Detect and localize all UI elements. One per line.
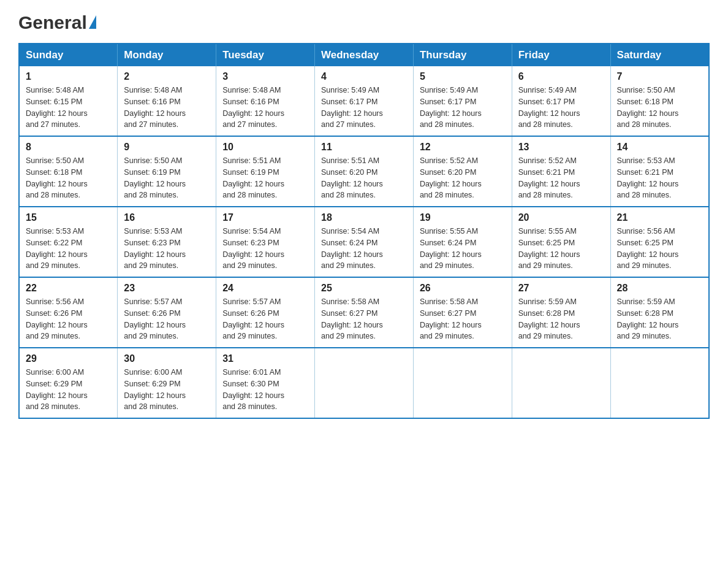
calendar-cell: 15 Sunrise: 5:53 AM Sunset: 6:22 PM Dayl… bbox=[19, 207, 118, 277]
day-number: 3 bbox=[222, 71, 308, 82]
day-number: 14 bbox=[617, 142, 702, 153]
calendar-cell: 25 Sunrise: 5:58 AM Sunset: 6:27 PM Dayl… bbox=[315, 277, 414, 348]
calendar-cell: 10 Sunrise: 5:51 AM Sunset: 6:19 PM Dayl… bbox=[216, 136, 315, 207]
calendar-cell bbox=[610, 348, 709, 418]
day-info: Sunrise: 5:56 AM Sunset: 6:25 PM Dayligh… bbox=[617, 226, 702, 272]
day-info: Sunrise: 5:58 AM Sunset: 6:27 PM Dayligh… bbox=[321, 296, 407, 342]
calendar-cell: 24 Sunrise: 5:57 AM Sunset: 6:26 PM Dayl… bbox=[216, 277, 315, 348]
day-info: Sunrise: 5:50 AM Sunset: 6:18 PM Dayligh… bbox=[26, 155, 111, 201]
weekday-header-sunday: Sunday bbox=[19, 44, 118, 66]
calendar-cell: 12 Sunrise: 5:52 AM Sunset: 6:20 PM Dayl… bbox=[413, 136, 512, 207]
calendar-cell: 2 Sunrise: 5:48 AM Sunset: 6:16 PM Dayli… bbox=[118, 66, 216, 136]
calendar-week-row: 15 Sunrise: 5:53 AM Sunset: 6:22 PM Dayl… bbox=[19, 207, 709, 277]
calendar-cell: 4 Sunrise: 5:49 AM Sunset: 6:17 PM Dayli… bbox=[315, 66, 414, 136]
day-info: Sunrise: 6:00 AM Sunset: 6:29 PM Dayligh… bbox=[124, 367, 210, 413]
day-number: 5 bbox=[420, 71, 506, 82]
day-number: 4 bbox=[321, 71, 407, 82]
day-number: 18 bbox=[321, 212, 407, 223]
day-info: Sunrise: 5:49 AM Sunset: 6:17 PM Dayligh… bbox=[420, 85, 506, 131]
calendar-cell: 8 Sunrise: 5:50 AM Sunset: 6:18 PM Dayli… bbox=[19, 136, 118, 207]
calendar-table: SundayMondayTuesdayWednesdayThursdayFrid… bbox=[18, 43, 710, 419]
day-number: 2 bbox=[124, 71, 210, 82]
day-number: 26 bbox=[420, 283, 506, 294]
day-info: Sunrise: 5:48 AM Sunset: 6:16 PM Dayligh… bbox=[124, 85, 210, 131]
calendar-cell bbox=[512, 348, 610, 418]
day-number: 17 bbox=[222, 212, 308, 223]
calendar-cell: 19 Sunrise: 5:55 AM Sunset: 6:24 PM Dayl… bbox=[413, 207, 512, 277]
calendar-cell: 21 Sunrise: 5:56 AM Sunset: 6:25 PM Dayl… bbox=[610, 207, 709, 277]
calendar-cell: 14 Sunrise: 5:53 AM Sunset: 6:21 PM Dayl… bbox=[610, 136, 709, 207]
day-info: Sunrise: 5:53 AM Sunset: 6:23 PM Dayligh… bbox=[124, 226, 210, 272]
weekday-header-friday: Friday bbox=[512, 44, 610, 66]
weekday-header-thursday: Thursday bbox=[413, 44, 512, 66]
calendar-week-row: 8 Sunrise: 5:50 AM Sunset: 6:18 PM Dayli… bbox=[19, 136, 709, 207]
day-info: Sunrise: 5:52 AM Sunset: 6:21 PM Dayligh… bbox=[518, 155, 604, 201]
calendar-week-row: 29 Sunrise: 6:00 AM Sunset: 6:29 PM Dayl… bbox=[19, 348, 709, 418]
day-number: 9 bbox=[124, 142, 210, 153]
calendar-week-row: 1 Sunrise: 5:48 AM Sunset: 6:15 PM Dayli… bbox=[19, 66, 709, 136]
day-number: 29 bbox=[26, 353, 111, 364]
calendar-cell: 9 Sunrise: 5:50 AM Sunset: 6:19 PM Dayli… bbox=[118, 136, 216, 207]
calendar-cell: 17 Sunrise: 5:54 AM Sunset: 6:23 PM Dayl… bbox=[216, 207, 315, 277]
day-number: 7 bbox=[617, 71, 702, 82]
weekday-header-tuesday: Tuesday bbox=[216, 44, 315, 66]
day-info: Sunrise: 5:53 AM Sunset: 6:21 PM Dayligh… bbox=[617, 155, 702, 201]
day-info: Sunrise: 5:50 AM Sunset: 6:18 PM Dayligh… bbox=[617, 85, 702, 131]
calendar-cell: 22 Sunrise: 5:56 AM Sunset: 6:26 PM Dayl… bbox=[19, 277, 118, 348]
day-number: 16 bbox=[124, 212, 210, 223]
day-info: Sunrise: 5:53 AM Sunset: 6:22 PM Dayligh… bbox=[26, 226, 111, 272]
day-info: Sunrise: 5:56 AM Sunset: 6:26 PM Dayligh… bbox=[26, 296, 111, 342]
day-number: 25 bbox=[321, 283, 407, 294]
calendar-cell: 23 Sunrise: 5:57 AM Sunset: 6:26 PM Dayl… bbox=[118, 277, 216, 348]
day-info: Sunrise: 5:52 AM Sunset: 6:20 PM Dayligh… bbox=[420, 155, 506, 201]
weekday-header-wednesday: Wednesday bbox=[315, 44, 414, 66]
page-header: General bbox=[18, 12, 710, 31]
logo: General bbox=[18, 12, 96, 31]
day-number: 23 bbox=[124, 283, 210, 294]
calendar-cell: 31 Sunrise: 6:01 AM Sunset: 6:30 PM Dayl… bbox=[216, 348, 315, 418]
calendar-cell: 1 Sunrise: 5:48 AM Sunset: 6:15 PM Dayli… bbox=[19, 66, 118, 136]
calendar-cell: 28 Sunrise: 5:59 AM Sunset: 6:28 PM Dayl… bbox=[610, 277, 709, 348]
calendar-cell bbox=[315, 348, 414, 418]
day-info: Sunrise: 5:51 AM Sunset: 6:19 PM Dayligh… bbox=[222, 155, 308, 201]
day-info: Sunrise: 5:59 AM Sunset: 6:28 PM Dayligh… bbox=[617, 296, 702, 342]
calendar-cell: 26 Sunrise: 5:58 AM Sunset: 6:27 PM Dayl… bbox=[413, 277, 512, 348]
day-number: 8 bbox=[26, 142, 111, 153]
day-info: Sunrise: 5:48 AM Sunset: 6:16 PM Dayligh… bbox=[222, 85, 308, 131]
calendar-cell bbox=[413, 348, 512, 418]
day-info: Sunrise: 5:55 AM Sunset: 6:25 PM Dayligh… bbox=[518, 226, 604, 272]
calendar-cell: 7 Sunrise: 5:50 AM Sunset: 6:18 PM Dayli… bbox=[610, 66, 709, 136]
day-info: Sunrise: 5:51 AM Sunset: 6:20 PM Dayligh… bbox=[321, 155, 407, 201]
day-info: Sunrise: 5:49 AM Sunset: 6:17 PM Dayligh… bbox=[321, 85, 407, 131]
weekday-header-row: SundayMondayTuesdayWednesdayThursdayFrid… bbox=[19, 44, 709, 66]
day-info: Sunrise: 5:57 AM Sunset: 6:26 PM Dayligh… bbox=[124, 296, 210, 342]
day-number: 22 bbox=[26, 283, 111, 294]
day-number: 30 bbox=[124, 353, 210, 364]
day-number: 28 bbox=[617, 283, 702, 294]
day-number: 6 bbox=[518, 71, 604, 82]
day-number: 21 bbox=[617, 212, 702, 223]
weekday-header-monday: Monday bbox=[118, 44, 216, 66]
day-number: 19 bbox=[420, 212, 506, 223]
calendar-cell: 6 Sunrise: 5:49 AM Sunset: 6:17 PM Dayli… bbox=[512, 66, 610, 136]
logo-triangle-icon bbox=[89, 15, 96, 29]
calendar-cell: 16 Sunrise: 5:53 AM Sunset: 6:23 PM Dayl… bbox=[118, 207, 216, 277]
day-info: Sunrise: 5:58 AM Sunset: 6:27 PM Dayligh… bbox=[420, 296, 506, 342]
day-number: 10 bbox=[222, 142, 308, 153]
calendar-cell: 29 Sunrise: 6:00 AM Sunset: 6:29 PM Dayl… bbox=[19, 348, 118, 418]
weekday-header-saturday: Saturday bbox=[610, 44, 709, 66]
logo-general: General bbox=[18, 12, 87, 33]
day-info: Sunrise: 5:57 AM Sunset: 6:26 PM Dayligh… bbox=[222, 296, 308, 342]
day-info: Sunrise: 5:59 AM Sunset: 6:28 PM Dayligh… bbox=[518, 296, 604, 342]
day-number: 12 bbox=[420, 142, 506, 153]
day-number: 13 bbox=[518, 142, 604, 153]
calendar-week-row: 22 Sunrise: 5:56 AM Sunset: 6:26 PM Dayl… bbox=[19, 277, 709, 348]
day-number: 11 bbox=[321, 142, 407, 153]
day-number: 24 bbox=[222, 283, 308, 294]
calendar-cell: 27 Sunrise: 5:59 AM Sunset: 6:28 PM Dayl… bbox=[512, 277, 610, 348]
calendar-cell: 13 Sunrise: 5:52 AM Sunset: 6:21 PM Dayl… bbox=[512, 136, 610, 207]
day-info: Sunrise: 5:50 AM Sunset: 6:19 PM Dayligh… bbox=[124, 155, 210, 201]
day-info: Sunrise: 5:55 AM Sunset: 6:24 PM Dayligh… bbox=[420, 226, 506, 272]
calendar-cell: 3 Sunrise: 5:48 AM Sunset: 6:16 PM Dayli… bbox=[216, 66, 315, 136]
day-number: 20 bbox=[518, 212, 604, 223]
